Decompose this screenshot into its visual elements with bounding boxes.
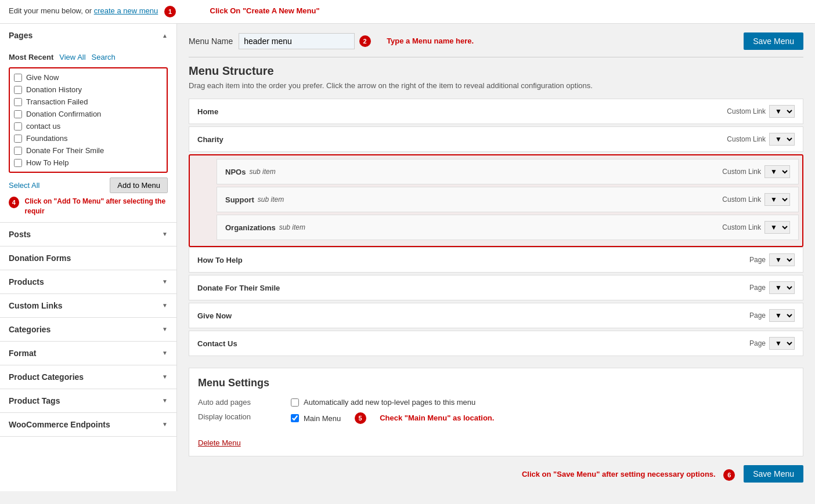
list-item: Give Now: [13, 71, 164, 84]
menu-item-support-label: Support: [225, 195, 254, 204]
pages-section: Pages ▲ Most Recent View All Search Give…: [0, 24, 176, 223]
posts-label: Posts: [9, 230, 31, 239]
tab-view-all[interactable]: View All: [59, 53, 85, 61]
page-checkbox-transaction-failed[interactable]: [14, 98, 22, 106]
menu-item-contact-us[interactable]: Contact Us Page ▼: [189, 331, 803, 356]
page-checkbox-donation-confirmation[interactable]: [14, 110, 22, 118]
product-tags-label: Product Tags: [9, 396, 60, 405]
page-label: Donate For Their Smile: [26, 146, 104, 155]
format-header[interactable]: Format ▼: [0, 342, 176, 365]
categories-header[interactable]: Categories ▼: [0, 318, 176, 341]
donation-forms-header[interactable]: Donation Forms: [0, 246, 176, 270]
menu-name-label: Menu Name: [189, 37, 233, 46]
menu-item-donate[interactable]: Donate For Their Smile Page ▼: [189, 275, 803, 300]
menu-item-home-select[interactable]: ▼: [769, 105, 795, 118]
display-location-text: Main Menu: [304, 414, 341, 423]
callout-6: Click on "Save Menu" after setting neces…: [522, 470, 716, 478]
custom-links-section: Custom Links ▼: [0, 294, 176, 318]
sidebar: Pages ▲ Most Recent View All Search Give…: [0, 24, 177, 491]
auto-add-label: Auto add pages: [198, 398, 279, 407]
menu-item-give-now-select[interactable]: ▼: [769, 309, 795, 322]
delete-menu-link[interactable]: Delete Menu: [198, 438, 241, 447]
list-item: How To Help: [13, 157, 164, 169]
pages-content: Most Recent View All Search Give Now Don…: [0, 47, 176, 222]
menu-item-donate-select[interactable]: ▼: [769, 281, 795, 294]
custom-links-header[interactable]: Custom Links ▼: [0, 294, 176, 317]
menu-item-how-to-help-type: Page: [749, 256, 766, 264]
posts-header[interactable]: Posts ▼: [0, 223, 176, 246]
auto-add-checkbox[interactable]: [291, 398, 299, 407]
pages-footer: Select All Add to Menu: [9, 177, 168, 193]
pages-title: Pages: [9, 31, 33, 40]
menu-item-give-now[interactable]: Give Now Page ▼: [189, 303, 803, 328]
pages-header[interactable]: Pages ▲: [0, 24, 176, 47]
page-label: How To Help: [26, 158, 68, 167]
bottom-save-area: Click on "Save Menu" after setting neces…: [189, 465, 803, 483]
menu-item-charity-label: Charity: [197, 135, 223, 144]
page-label: Donation History: [26, 85, 82, 94]
add-to-menu-button[interactable]: Add to Menu: [110, 177, 168, 193]
save-menu-button-bottom[interactable]: Save Menu: [744, 465, 803, 483]
menu-item-give-now-label: Give Now: [197, 311, 232, 320]
page-checkbox-give-now[interactable]: [14, 74, 22, 82]
menu-item-how-to-help-label: How To Help: [197, 256, 243, 264]
woocommerce-endpoints-arrow: ▼: [162, 421, 168, 427]
menu-item-support[interactable]: Support sub item Custom Link ▼: [217, 187, 799, 212]
products-section: Products ▼: [0, 270, 176, 294]
list-item: contact us: [13, 120, 164, 132]
save-menu-button-top[interactable]: Save Menu: [744, 32, 803, 50]
posts-arrow: ▼: [162, 231, 168, 237]
page-checkbox-donation-history[interactable]: [14, 86, 22, 94]
donation-forms-section: Donation Forms: [0, 246, 176, 270]
display-location-row: Display location Main Menu 5 Check "Main…: [198, 412, 794, 424]
custom-links-label: Custom Links: [9, 301, 63, 310]
menu-item-npos[interactable]: NPOs sub item Custom Link ▼: [217, 159, 799, 184]
auto-add-row: Auto add pages Automatically add new top…: [198, 398, 794, 407]
woocommerce-endpoints-header[interactable]: WooCommerce Endpoints ▼: [0, 413, 176, 436]
menu-item-organizations[interactable]: Organizations sub item Custom Link ▼: [217, 215, 799, 240]
product-categories-header[interactable]: Product Categories ▼: [0, 365, 176, 389]
tab-search[interactable]: Search: [92, 53, 116, 61]
page-checkbox-donate[interactable]: [14, 147, 22, 155]
main-content: Menu Name header menu 2 Type a Menu name…: [177, 24, 815, 491]
delete-menu-wrapper: Delete Menu: [198, 438, 241, 447]
menu-item-contact-us-type: Page: [749, 339, 766, 347]
menu-item-home[interactable]: Home Custom Link ▼: [189, 99, 803, 124]
menu-item-support-type: Custom Link: [722, 195, 761, 204]
menu-item-support-sub: sub item: [258, 195, 284, 204]
menu-item-npos-select[interactable]: ▼: [764, 165, 790, 178]
page-checkbox-contact-us[interactable]: [14, 122, 22, 130]
menu-item-contact-us-select[interactable]: ▼: [769, 337, 795, 350]
menu-structure-desc: Drag each item into the order you prefer…: [189, 81, 803, 90]
select-all-link[interactable]: Select All: [9, 181, 39, 190]
page-label: Foundations: [26, 134, 68, 143]
menu-structure-title: Menu Structure: [189, 64, 803, 78]
menu-item-charity-type: Custom Link: [727, 135, 766, 143]
menu-name-row: Menu Name header menu 2 Type a Menu name…: [189, 32, 803, 50]
products-label: Products: [9, 277, 44, 287]
menu-item-charity-select[interactable]: ▼: [769, 133, 795, 146]
page-checkbox-how-to-help[interactable]: [14, 159, 22, 167]
menu-item-npos-type: Custom Link: [722, 168, 761, 176]
products-header[interactable]: Products ▼: [0, 270, 176, 293]
menu-settings: Menu Settings Auto add pages Automatical…: [189, 368, 803, 456]
menu-item-how-to-help[interactable]: How To Help Page ▼: [189, 247, 803, 273]
bubble-6: 6: [723, 469, 735, 481]
menu-name-input[interactable]: header menu: [239, 33, 355, 49]
menu-item-support-select[interactable]: ▼: [764, 193, 790, 206]
product-tags-header[interactable]: Product Tags ▼: [0, 389, 176, 412]
menu-item-organizations-type: Custom Link: [722, 223, 761, 231]
menu-item-organizations-select[interactable]: ▼: [764, 221, 790, 234]
menu-item-contact-us-label: Contact Us: [197, 339, 237, 348]
menu-settings-title: Menu Settings: [198, 377, 794, 389]
bubble-5: 5: [355, 412, 366, 424]
menu-item-how-to-help-select[interactable]: ▼: [769, 253, 795, 266]
main-menu-checkbox[interactable]: [291, 414, 299, 422]
page-checkbox-foundations[interactable]: [14, 135, 22, 143]
tab-most-recent[interactable]: Most Recent: [9, 53, 53, 61]
list-item: Transaction Failed: [13, 96, 164, 108]
create-new-menu-link[interactable]: create a new menu: [94, 6, 158, 15]
menu-item-charity[interactable]: Charity Custom Link ▼: [189, 126, 803, 152]
pages-arrow: ▲: [162, 32, 168, 39]
bubble-2: 2: [359, 35, 371, 47]
